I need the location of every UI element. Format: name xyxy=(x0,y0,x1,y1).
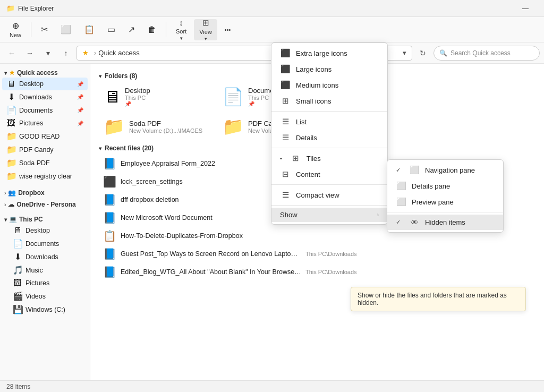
forward-button[interactable]: → xyxy=(22,46,37,61)
sort-label: Sort xyxy=(176,28,186,35)
sidebar-item-wise-registry[interactable]: 📁 wise registry clear xyxy=(2,169,88,183)
more-button[interactable]: ••• xyxy=(219,19,236,40)
folder-pictures-info: Pictures This PC 📌 xyxy=(363,87,388,107)
delete-button[interactable]: 🗑 xyxy=(142,19,162,40)
cut-icon: ✂ xyxy=(41,24,48,35)
lock-screen-icon: ⬛ xyxy=(103,175,116,188)
sidebar-item-pdf-candy[interactable]: 📁 PDF Candy xyxy=(2,143,88,156)
folder-documents-info: Documents This PC 📌 xyxy=(248,87,283,107)
sidebar-item-downloads[interactable]: ⬇ Downloads 📌 xyxy=(2,90,88,104)
pdf-candy-icon: 📁 xyxy=(6,144,16,155)
word-doc-icon-3: 📘 xyxy=(103,193,116,206)
quick-access-chevron[interactable]: ▾ xyxy=(4,70,7,76)
folder-soda-pdf-info: Soda PDF New Volume (D:)...\IMAGES xyxy=(129,120,202,134)
onedrive-icon: ☁ xyxy=(8,201,14,208)
folder-documents[interactable]: 📄 Documents This PC 📌 xyxy=(218,83,335,110)
sort-icon: ↕ xyxy=(179,18,183,27)
word-doc-icon-7: 📘 xyxy=(103,266,116,278)
address-box[interactable]: ★ › Quick access ▾ xyxy=(76,46,412,61)
word-doc-icon-6: 📘 xyxy=(103,248,116,260)
this-pc-header: ▾ 💻 This PC xyxy=(0,212,90,224)
folder-pictures-icon: 🖼 xyxy=(342,87,359,107)
this-pc-chevron[interactable]: ▾ xyxy=(4,217,7,223)
word-doc-icon-1: 📘 xyxy=(103,157,116,170)
rename-button[interactable]: ▭ xyxy=(102,19,121,40)
dropbox-chevron[interactable]: › xyxy=(4,190,6,196)
dropbox-header: › 👥 Dropbox xyxy=(0,186,90,198)
folders-chevron[interactable]: ▾ xyxy=(99,73,101,79)
recent-item-1[interactable]: 📘 Employee Appraisal Form_2022 xyxy=(99,155,536,172)
documents-icon: 📄 xyxy=(6,105,16,115)
folder-pdf-candy-icon: 📁 xyxy=(223,116,244,137)
sidebar-this-pc-desktop[interactable]: 🖥 Desktop xyxy=(2,224,88,237)
view-caret: ▾ xyxy=(205,36,207,41)
folder-pdf-candy[interactable]: 📁 PDF Candy New Volume (D:)...\IMAGES xyxy=(218,113,335,140)
sidebar-item-documents[interactable]: 📄 Documents 📌 xyxy=(2,104,88,117)
toolbar-divider-2 xyxy=(166,22,166,37)
downloads-icon: ⬇ xyxy=(6,92,16,102)
address-bar-row: ← → ▾ ↑ ★ › Quick access ▾ ↻ 🔍 Search Qu… xyxy=(0,42,544,64)
recent-chevron[interactable]: ▾ xyxy=(99,146,101,151)
recent-item-6[interactable]: 📘 Guest Post_Top Ways to Screen Record o… xyxy=(99,245,536,262)
this-pc-music-icon: 🎵 xyxy=(13,265,22,275)
up-button[interactable]: ↑ xyxy=(58,46,73,61)
sidebar-this-pc-videos[interactable]: 🎬 Videos xyxy=(2,289,88,303)
folder-pictures[interactable]: 🖼 Pictures This PC 📌 xyxy=(337,83,454,110)
recent-item-4[interactable]: 📘 New Microsoft Word Document xyxy=(99,209,536,226)
pdf-icon-5: 📋 xyxy=(103,229,116,242)
recent-item-2[interactable]: ⬛ lock_screen_settings xyxy=(99,173,536,190)
this-pc-label: This PC xyxy=(19,216,43,223)
good-read-icon: 📁 xyxy=(6,131,16,141)
sidebar-item-soda-pdf[interactable]: 📁 Soda PDF xyxy=(2,156,88,169)
sidebar-this-pc-pictures[interactable]: 🖼 Pictures xyxy=(2,277,88,289)
folder-desktop-icon: 🖥 xyxy=(104,87,121,107)
onedrive-header: › ☁ OneDrive - Persona xyxy=(0,198,90,209)
refresh-button[interactable]: ↻ xyxy=(415,46,430,61)
recent-locations-button[interactable]: ▾ xyxy=(40,46,55,61)
this-pc-documents-icon: 📄 xyxy=(13,238,22,249)
wise-registry-icon: 📁 xyxy=(6,171,16,181)
onedrive-chevron[interactable]: › xyxy=(4,202,6,208)
new-button[interactable]: ⊕ New xyxy=(4,19,27,40)
back-button[interactable]: ← xyxy=(4,46,19,61)
word-doc-icon-4: 📘 xyxy=(103,211,116,224)
sidebar-this-pc-music[interactable]: 🎵 Music xyxy=(2,263,88,277)
this-pc-downloads-icon: ⬇ xyxy=(13,252,22,262)
sidebar-item-desktop[interactable]: 🖥 Desktop 📌 xyxy=(2,78,88,90)
copy-icon: ⬜ xyxy=(61,24,71,35)
folder-soda-pdf[interactable]: 📁 Soda PDF New Volume (D:)...\IMAGES xyxy=(99,113,216,140)
more-icon: ••• xyxy=(225,27,231,33)
toolbar: ⊕ New ✂ ⬜ 📋 ▭ ↗ 🗑 ↕ Sort ▾ ⊞ View ▾ ••• xyxy=(0,17,544,42)
sidebar-item-good-read[interactable]: 📁 GOOD READ xyxy=(2,130,88,143)
copy-button[interactable]: ⬜ xyxy=(55,19,76,40)
recent-item-5[interactable]: 📋 How-To-Delete-Duplicates-From-Dropbox xyxy=(99,227,536,244)
view-button[interactable]: ⊞ View ▾ xyxy=(194,19,217,40)
search-icon: 🔍 xyxy=(439,49,447,57)
sort-button[interactable]: ↕ Sort ▾ xyxy=(171,19,192,40)
share-button[interactable]: ↗ xyxy=(123,19,140,40)
app-icon: 📁 xyxy=(6,4,15,13)
address-dropdown-icon[interactable]: ▾ xyxy=(403,49,406,57)
recent-section-header: ▾ Recent files (20) xyxy=(99,144,536,152)
sidebar-this-pc-downloads[interactable]: ⬇ Downloads xyxy=(2,250,88,263)
toolbar-divider-1 xyxy=(31,22,31,37)
folder-desktop-info: Desktop This PC 📌 xyxy=(125,87,150,107)
search-box[interactable]: 🔍 Search Quick access xyxy=(434,46,540,61)
sidebar-item-pictures[interactable]: 🖼 Pictures 📌 xyxy=(2,117,88,130)
cut-button[interactable]: ✂ xyxy=(36,19,53,40)
folder-desktop[interactable]: 🖥 Desktop This PC 📌 xyxy=(99,83,216,110)
sidebar-this-pc-windows-c[interactable]: 💾 Windows (C:) xyxy=(2,303,88,316)
sidebar-this-pc-documents[interactable]: 📄 Documents xyxy=(2,237,88,250)
paste-button[interactable]: 📋 xyxy=(79,19,100,40)
rename-icon: ▭ xyxy=(107,24,115,35)
address-separator: › xyxy=(94,49,96,57)
favorite-star-icon: ★ xyxy=(82,49,89,57)
desktop-icon: 🖥 xyxy=(6,79,16,89)
recent-item-7[interactable]: 📘 Edited_Blog_WTG_All About "About Blank… xyxy=(99,263,536,280)
minimize-button[interactable]: — xyxy=(513,0,538,17)
item-count: 28 items xyxy=(6,383,30,390)
share-icon: ↗ xyxy=(128,24,135,35)
pictures-icon: 🖼 xyxy=(6,118,16,128)
recent-item-3[interactable]: 📘 dff dropbox deletion xyxy=(99,191,536,208)
quick-access-header: ▾ ★ Quick access xyxy=(0,66,90,78)
